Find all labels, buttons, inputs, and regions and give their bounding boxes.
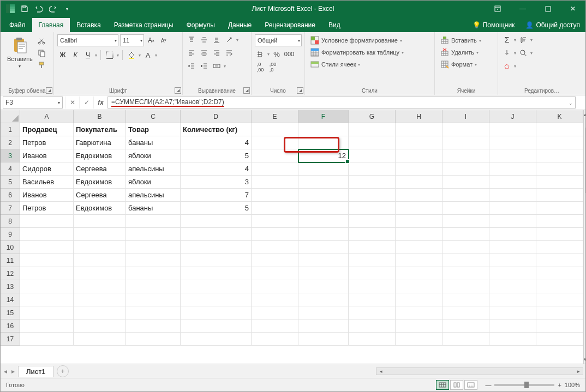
cell[interactable]: [536, 319, 583, 333]
merge-center-icon[interactable]: [211, 61, 222, 71]
cell[interactable]: [126, 241, 181, 254]
cell[interactable]: яблоки: [126, 176, 181, 189]
cell[interactable]: Сидоров: [20, 162, 74, 176]
cell[interactable]: [74, 333, 126, 346]
cell[interactable]: [349, 254, 396, 267]
cell[interactable]: [74, 306, 126, 319]
cell[interactable]: 5: [181, 149, 252, 162]
cell[interactable]: [252, 333, 298, 346]
cell[interactable]: [349, 189, 396, 202]
copy-button[interactable]: [36, 47, 47, 58]
cell[interactable]: [536, 136, 583, 149]
cell[interactable]: [489, 306, 536, 319]
cell[interactable]: [396, 267, 443, 280]
cell[interactable]: [298, 123, 349, 136]
cell[interactable]: [396, 241, 443, 254]
cell[interactable]: Петров: [20, 202, 74, 215]
cell[interactable]: Сергеева: [74, 162, 126, 176]
cell[interactable]: [489, 136, 536, 149]
cell[interactable]: [349, 162, 396, 176]
align-center-icon[interactable]: [199, 47, 210, 58]
cell[interactable]: [349, 333, 396, 346]
cell[interactable]: [443, 123, 489, 136]
cell[interactable]: Евдокимов: [74, 149, 126, 162]
cell[interactable]: 12: [298, 149, 349, 162]
cell[interactable]: [443, 306, 489, 319]
cell[interactable]: [298, 293, 349, 306]
cell[interactable]: [349, 267, 396, 280]
underline-button[interactable]: Ч: [82, 50, 93, 61]
cell[interactable]: Продавец: [20, 123, 74, 136]
cell[interactable]: [181, 254, 252, 267]
enter-formula-icon[interactable]: ✓: [79, 97, 93, 108]
cell[interactable]: [489, 319, 536, 333]
cell[interactable]: Гаврютина: [74, 136, 126, 149]
format-as-table-button[interactable]: Форматировать как таблицу▾: [308, 46, 431, 58]
cell[interactable]: [181, 333, 252, 346]
cell[interactable]: [74, 228, 126, 241]
cell[interactable]: [298, 267, 349, 280]
comma-format-icon[interactable]: 000: [284, 49, 295, 59]
font-name-combo[interactable]: Calibri▾: [57, 34, 118, 46]
tab-review[interactable]: Рецензирование: [258, 18, 322, 32]
cell[interactable]: [74, 319, 126, 333]
cell[interactable]: [298, 189, 349, 202]
cell[interactable]: [349, 228, 396, 241]
tab-data[interactable]: Данные: [222, 18, 258, 32]
align-left-icon[interactable]: [186, 47, 197, 58]
cell[interactable]: [298, 319, 349, 333]
zoom-slider[interactable]: [494, 384, 554, 386]
cut-button[interactable]: [36, 35, 47, 46]
cell[interactable]: [536, 293, 583, 306]
qat-customize-icon[interactable]: ▾: [62, 3, 73, 14]
cell[interactable]: [489, 280, 536, 293]
cell[interactable]: 7: [181, 189, 252, 202]
tab-insert[interactable]: Вставка: [70, 18, 107, 32]
paste-button[interactable]: Вставить ▾: [4, 34, 36, 70]
font-dialog-launcher[interactable]: ◢: [175, 87, 181, 94]
cell[interactable]: [349, 319, 396, 333]
undo-icon[interactable]: [33, 3, 44, 14]
cell[interactable]: бананы: [126, 202, 181, 215]
number-format-combo[interactable]: Общий▾: [255, 34, 302, 46]
row-header[interactable]: 16: [1, 319, 20, 333]
cell[interactable]: [252, 123, 298, 136]
cell[interactable]: [489, 254, 536, 267]
cell[interactable]: [443, 189, 489, 202]
fill-icon[interactable]: [501, 47, 512, 58]
cell[interactable]: [443, 319, 489, 333]
zoom-out-button[interactable]: —: [485, 382, 491, 388]
cell[interactable]: [252, 241, 298, 254]
cell[interactable]: [126, 228, 181, 241]
cell[interactable]: [443, 176, 489, 189]
tab-pagelayout[interactable]: Разметка страницы: [107, 18, 180, 32]
tab-home[interactable]: Главная: [32, 18, 70, 32]
clipboard-dialog-launcher[interactable]: ◢: [46, 87, 52, 94]
cell[interactable]: бананы: [126, 136, 181, 149]
cell[interactable]: [20, 215, 74, 228]
column-header[interactable]: G: [349, 110, 396, 123]
row-header[interactable]: 15: [1, 306, 20, 319]
cell[interactable]: [252, 280, 298, 293]
cell[interactable]: [126, 215, 181, 228]
cell[interactable]: [396, 189, 443, 202]
cell[interactable]: Иванов: [20, 189, 74, 202]
insert-cells-button[interactable]: Вставить▾: [438, 34, 494, 46]
column-header[interactable]: J: [489, 110, 536, 123]
maximize-button[interactable]: [535, 1, 560, 17]
row-header[interactable]: 4: [1, 162, 20, 176]
row-header[interactable]: 13: [1, 280, 20, 293]
cell[interactable]: [396, 333, 443, 346]
tab-formulas[interactable]: Формулы: [180, 18, 222, 32]
cell[interactable]: [349, 215, 396, 228]
cell[interactable]: [252, 293, 298, 306]
cell[interactable]: 5: [181, 202, 252, 215]
cell[interactable]: [252, 162, 298, 176]
new-sheet-button[interactable]: +: [57, 365, 69, 377]
format-cells-button[interactable]: Формат▾: [438, 58, 494, 70]
italic-button[interactable]: К: [70, 50, 81, 61]
horizontal-scrollbar[interactable]: ◂▸: [69, 367, 585, 375]
cell[interactable]: [443, 202, 489, 215]
cell[interactable]: Иванов: [20, 149, 74, 162]
share-button[interactable]: 👤Общий доступ: [520, 18, 585, 32]
